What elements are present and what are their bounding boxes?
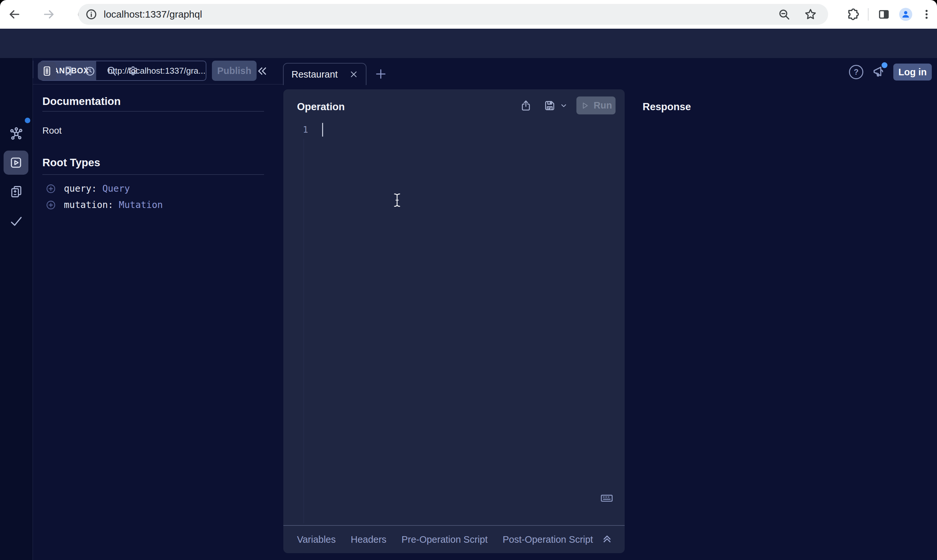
forward-icon[interactable] — [38, 4, 59, 25]
add-query-icon[interactable] — [46, 183, 56, 194]
announcements-megaphone-icon[interactable] — [872, 65, 886, 79]
address-bar[interactable]: localhost:1337/graphql — [78, 4, 828, 25]
profile-avatar[interactable] — [899, 8, 912, 21]
field-name: query: — [64, 183, 97, 194]
editor-gutter-divider — [303, 139, 304, 523]
field-name: mutation: — [64, 200, 114, 210]
doc-panel-title: Documentation — [42, 95, 121, 108]
operation-footer-tabs: Variables Headers Pre-Operation Script P… — [297, 526, 593, 553]
editor-text-caret — [322, 123, 323, 137]
tab-headers[interactable]: Headers — [351, 534, 387, 545]
documentation-tab-icon[interactable] — [38, 62, 56, 80]
editor-line-number: 1 — [300, 125, 308, 135]
left-nav-rail — [0, 58, 33, 560]
explorer-settings-gear-icon[interactable] — [124, 62, 142, 80]
url-text[interactable]: localhost:1337/graphql — [104, 9, 778, 20]
zoom-out-icon[interactable] — [778, 8, 790, 20]
collapse-doc-panel-icon[interactable] — [255, 64, 269, 78]
root-type-query-row[interactable]: query: Query — [46, 183, 130, 194]
operation-panel: Operation Run — [283, 89, 625, 553]
notification-dot — [882, 62, 888, 68]
doc-panel-toolbar — [32, 58, 283, 85]
tab-restaurant[interactable]: Restaurant — [283, 63, 366, 85]
doc-divider-2 — [42, 174, 264, 175]
extensions-icon[interactable] — [846, 8, 859, 21]
response-title: Response — [643, 101, 691, 113]
tab-post-operation-script[interactable]: Post-Operation Script — [503, 534, 593, 545]
mouse-ibeam-cursor — [393, 193, 402, 207]
explorer-nav-item[interactable] — [4, 151, 28, 175]
side-panel-icon[interactable] — [877, 8, 891, 21]
site-info-icon[interactable] — [85, 8, 98, 21]
root-types-title: Root Types — [42, 157, 100, 169]
tab-pre-operation-script[interactable]: Pre-Operation Script — [402, 534, 488, 545]
field-type-link[interactable]: Mutation — [119, 200, 163, 210]
doc-root-link[interactable]: Root — [42, 126, 62, 136]
field-type-link[interactable]: Query — [102, 183, 130, 194]
share-operation-icon[interactable] — [520, 99, 532, 112]
expand-footer-icon[interactable] — [600, 532, 614, 545]
bookmarks-icon[interactable] — [59, 62, 78, 80]
toolbar-divider — [868, 8, 869, 20]
tab-variables[interactable]: Variables — [297, 534, 336, 545]
new-tab-icon[interactable] — [374, 67, 388, 81]
rail-notification-dot — [25, 118, 30, 123]
back-icon[interactable] — [4, 4, 25, 25]
keyboard-shortcuts-icon[interactable] — [600, 491, 614, 505]
run-button-label: Run — [594, 100, 612, 111]
operation-title: Operation — [297, 101, 345, 113]
search-icon[interactable] — [102, 62, 121, 80]
apollo-toolbar: A SANDBOX http://localhost:1337/gra... P… — [0, 29, 937, 58]
close-tab-icon[interactable] — [349, 69, 358, 79]
history-icon[interactable] — [81, 62, 99, 80]
help-icon[interactable]: ? — [849, 65, 863, 79]
add-mutation-icon[interactable] — [46, 200, 56, 210]
schema-graph-icon[interactable] — [0, 126, 32, 141]
changelog-docs-icon[interactable] — [0, 185, 32, 199]
save-operation-icon[interactable] — [543, 99, 556, 112]
save-options-chevron-icon[interactable] — [560, 102, 568, 110]
tab-label[interactable]: Restaurant — [291, 69, 349, 80]
run-button[interactable]: Run — [576, 97, 615, 114]
browser-menu-icon[interactable] — [921, 8, 932, 20]
bookmark-star-icon[interactable] — [804, 8, 817, 21]
browser-toolbar: localhost:1337/graphql — [0, 0, 937, 29]
root-type-mutation-row[interactable]: mutation: Mutation — [46, 200, 163, 210]
login-button[interactable]: Log in — [893, 63, 932, 80]
checks-icon[interactable] — [0, 214, 32, 229]
apollo-sandbox-window: localhost:1337/graphql — [0, 0, 937, 560]
